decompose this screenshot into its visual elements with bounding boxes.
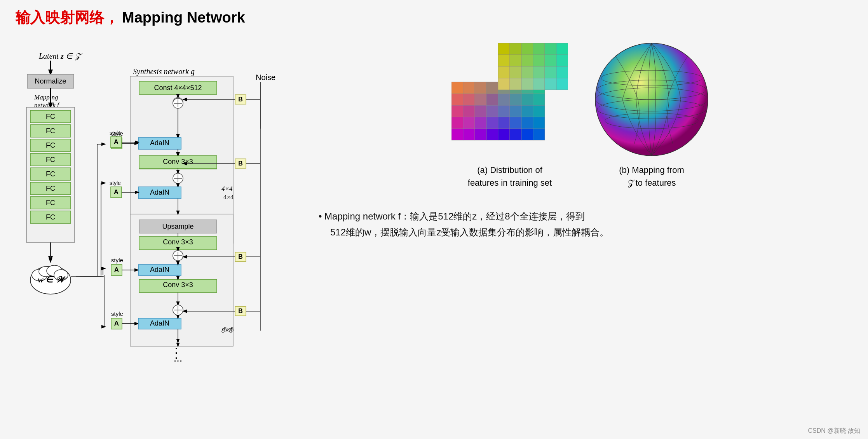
svg-text:FC: FC	[46, 156, 55, 164]
title-zh: 输入映射网络，	[16, 8, 119, 28]
svg-text:FC: FC	[46, 213, 55, 221]
svg-rect-202	[556, 55, 568, 66]
svg-rect-182	[533, 94, 545, 105]
svg-rect-173	[521, 105, 533, 117]
svg-rect-197	[498, 55, 510, 66]
svg-text:4×4: 4×4	[223, 193, 234, 201]
svg-rect-214	[556, 78, 568, 90]
right-area: (a) Distribution of features in training…	[303, 39, 852, 431]
svg-text:⋮: ⋮	[169, 345, 183, 361]
svg-rect-162	[486, 117, 498, 129]
svg-rect-174	[533, 105, 545, 117]
svg-text:8×8: 8×8	[223, 326, 234, 333]
svg-rect-152	[463, 129, 475, 140]
svg-text:A: A	[114, 138, 119, 146]
svg-rect-175	[451, 94, 463, 105]
svg-rect-195	[545, 43, 556, 55]
svg-rect-212	[533, 78, 545, 90]
description: • Mapping network f：输入是512维的z，经过8个全连接层，得…	[311, 209, 852, 240]
svg-rect-200	[533, 55, 545, 66]
svg-rect-203	[498, 66, 510, 78]
svg-rect-201	[545, 55, 556, 66]
svg-text:FC: FC	[46, 141, 55, 149]
svg-rect-168	[463, 105, 475, 117]
svg-text:style: style	[110, 130, 121, 136]
svg-text:AdaIN: AdaIN	[150, 139, 169, 147]
network-svg: Latent z ∈ 𝒵 Normalize Mapping network f…	[16, 39, 295, 420]
svg-text:B: B	[238, 253, 243, 260]
caption-a: (a) Distribution of features in training…	[468, 164, 552, 189]
svg-rect-178	[486, 94, 498, 105]
svg-rect-176	[463, 94, 475, 105]
svg-text:Mapping: Mapping	[34, 94, 58, 101]
svg-rect-199	[521, 55, 533, 66]
svg-rect-206	[533, 66, 545, 78]
svg-text:B: B	[238, 308, 243, 314]
svg-rect-164	[510, 117, 521, 129]
svg-text:AdaIN: AdaIN	[150, 266, 169, 274]
svg-rect-151	[451, 129, 463, 140]
svg-rect-171	[498, 105, 510, 117]
svg-rect-169	[475, 105, 486, 117]
svg-text:A: A	[114, 266, 119, 274]
svg-text:w ∈ 𝒲: w ∈ 𝒲	[38, 275, 67, 284]
svg-rect-156	[510, 129, 521, 140]
svg-text:4×4: 4×4	[221, 185, 233, 192]
svg-rect-211	[521, 78, 533, 90]
visual-b: (b) Mapping from 𝒵 to features	[591, 39, 712, 189]
svg-rect-207	[545, 66, 556, 78]
svg-text:Latent z ∈ 𝒵: Latent z ∈ 𝒵	[38, 52, 83, 61]
svg-rect-157	[521, 129, 533, 140]
svg-rect-213	[545, 78, 556, 90]
svg-rect-170	[486, 105, 498, 117]
main-container: 输入映射网络， Mapping Network Latent z ∈ 𝒵 Nor…	[0, 0, 868, 439]
svg-text:Conv 3×3: Conv 3×3	[163, 158, 193, 165]
svg-rect-180	[510, 94, 521, 105]
svg-rect-172	[510, 105, 521, 117]
svg-rect-191	[498, 43, 510, 55]
svg-text:Noise: Noise	[256, 73, 275, 82]
svg-rect-183	[451, 82, 463, 94]
svg-text:style: style	[111, 310, 123, 317]
svg-rect-210	[510, 78, 521, 90]
svg-text:A: A	[114, 188, 119, 196]
svg-text:FC: FC	[46, 127, 55, 135]
svg-text:AdaIN: AdaIN	[150, 319, 169, 327]
svg-text:Conv 3×3: Conv 3×3	[163, 281, 193, 289]
svg-text:B: B	[238, 160, 243, 167]
svg-text:FC: FC	[46, 170, 55, 178]
content-area: Latent z ∈ 𝒵 Normalize Mapping network f…	[16, 39, 852, 431]
desc-line1: • Mapping network f：输入是512维的z，经过8个全连接层，得…	[319, 209, 852, 225]
title-bar: 输入映射网络， Mapping Network	[16, 8, 852, 28]
svg-rect-161	[475, 117, 486, 129]
svg-rect-177	[475, 94, 486, 105]
svg-rect-159	[451, 117, 463, 129]
svg-text:FC: FC	[46, 113, 55, 120]
svg-rect-205	[521, 66, 533, 78]
svg-rect-153	[475, 129, 486, 140]
svg-rect-194	[533, 43, 545, 55]
svg-rect-209	[498, 78, 510, 90]
network-diagram: Latent z ∈ 𝒵 Normalize Mapping network f…	[16, 39, 295, 431]
svg-rect-198	[510, 55, 521, 66]
svg-rect-179	[498, 94, 510, 105]
svg-text:style: style	[111, 257, 123, 263]
svg-rect-158	[533, 129, 545, 140]
svg-text:Normalize: Normalize	[35, 77, 66, 85]
svg-text:Const 4×4×512: Const 4×4×512	[154, 84, 202, 92]
svg-rect-186	[486, 82, 498, 94]
watermark: CSDN @新晓·故知	[808, 427, 860, 435]
caption-b: (b) Mapping from 𝒵 to features	[619, 164, 684, 189]
svg-text:A: A	[114, 320, 119, 327]
svg-text:B: B	[238, 96, 243, 103]
svg-text:Conv 3×3: Conv 3×3	[163, 238, 193, 246]
svg-rect-185	[475, 82, 486, 94]
svg-rect-154	[486, 129, 498, 140]
visual-a: (a) Distribution of features in training…	[451, 43, 568, 189]
title-en: Mapping Network	[122, 9, 245, 26]
svg-rect-167	[451, 105, 463, 117]
svg-rect-155	[498, 129, 510, 140]
distribution-chart	[451, 43, 568, 160]
sphere-chart	[591, 39, 712, 160]
svg-text:Upsample: Upsample	[162, 223, 193, 230]
